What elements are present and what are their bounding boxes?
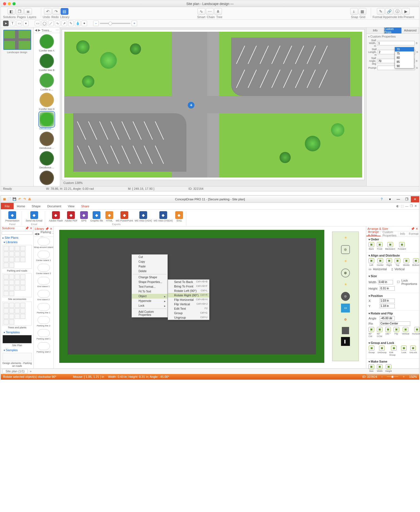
submenu-item[interactable]: GroupCtrl+G xyxy=(168,311,209,315)
context-item[interactable]: Hypernote▸ xyxy=(132,299,167,303)
wand-tool[interactable]: ✦ xyxy=(81,21,87,26)
inspector-tab-custom[interactable]: Custom Props xyxy=(384,28,402,33)
arrange-action[interactable]: ▣Center xyxy=(377,258,384,266)
file-tab[interactable]: File xyxy=(1,203,14,209)
ribbon-button[interactable]: ◆SVG xyxy=(174,211,184,222)
library-item[interactable]: End island 1 xyxy=(34,276,53,289)
inspector-tab-info[interactable]: Info xyxy=(367,28,384,33)
redo-button[interactable]: ↷ xyxy=(52,8,60,15)
arrange-action[interactable]: ▣UnGroup xyxy=(377,346,386,356)
arrange-action[interactable]: ▣90° CCW xyxy=(377,327,382,338)
library-item[interactable]: Deciduous ... xyxy=(35,151,59,169)
present-button[interactable]: ▶ xyxy=(402,8,410,15)
zoom-in-icon[interactable]: ＋ xyxy=(402,375,405,379)
library-item[interactable]: Conifer tree D xyxy=(35,93,59,110)
add-icon[interactable]: + xyxy=(188,102,194,109)
arrange-action[interactable]: ▣Left xyxy=(369,258,374,266)
pin-icon[interactable]: 📌 ✕ xyxy=(25,227,32,230)
arrange-action[interactable]: ▣180 ° xyxy=(385,327,391,338)
ellipse-tool[interactable]: ◯ xyxy=(41,21,47,26)
ribbon-button[interactable]: ◆HTML xyxy=(105,211,114,222)
submenu-item[interactable]: Rotate Left (90°)Ctrl+L xyxy=(168,289,209,293)
menu-view[interactable]: View xyxy=(65,203,78,209)
pages-button[interactable]: ❐ xyxy=(16,8,24,15)
context-item[interactable]: Change Shape xyxy=(132,275,167,280)
arrange-action[interactable]: ▣Height xyxy=(385,364,392,372)
arrange-action[interactable]: ▣Back xyxy=(369,242,374,250)
dropdown-option[interactable]: 80 xyxy=(395,56,414,60)
solutions-button[interactable]: ◧ xyxy=(8,8,15,15)
width-field[interactable] xyxy=(378,280,393,284)
layers-button[interactable]: ≣ xyxy=(24,8,32,15)
ribbon-button[interactable]: ◆EPS xyxy=(79,211,89,222)
next-icon[interactable]: ▶ xyxy=(38,28,40,32)
arrange-action[interactable]: ▣Group xyxy=(369,346,375,356)
submenu-item[interactable]: Rotate Right (90°)Ctrl+R xyxy=(168,293,209,297)
dropdown-option[interactable]: 75 xyxy=(395,51,414,56)
submenu-item[interactable]: Flip VerticalCtrl+Alt+J xyxy=(168,302,209,306)
shape-tool[interactable]: ▭ xyxy=(16,21,22,26)
context-menu[interactable]: CutCopyPasteDeleteChange ShapeShape Prop… xyxy=(132,254,168,317)
add-page-icon[interactable]: ＋ xyxy=(29,369,32,373)
inspector-tab-advanced[interactable]: Advanced xyxy=(402,28,419,33)
arrange-action[interactable]: ▣Right xyxy=(386,258,392,266)
info-tab[interactable]: Info xyxy=(398,232,407,236)
info-button[interactable]: ⓘ xyxy=(394,8,401,15)
template-thumb[interactable] xyxy=(3,335,32,343)
arrange-action[interactable]: ▣90° CW xyxy=(369,327,374,338)
arrange-action[interactable]: ▣Backward xyxy=(385,242,395,250)
page-thumbnail[interactable] xyxy=(3,30,31,50)
dropdown-option[interactable]: 90 xyxy=(395,64,414,68)
library-item[interactable]: Deciduous ... xyxy=(35,171,59,186)
ribbon-button[interactable]: ◆MS PowerPoint xyxy=(116,211,133,222)
canvas-area[interactable]: ✳ ◎ ✳ ◍ ✳ ◍ ▭ ⚙ ▌ CutCopyPasteDeleteChan… xyxy=(54,227,366,368)
library-item[interactable]: Center island 2 xyxy=(34,263,53,276)
sample-thumb[interactable] xyxy=(3,353,32,361)
arrange-action[interactable]: ▣Horizontal xyxy=(412,327,420,338)
arrange-action[interactable]: ▣Edit Group xyxy=(389,346,398,356)
context-item[interactable]: Copy xyxy=(132,259,167,264)
text-tool[interactable]: T xyxy=(10,21,15,26)
snap-button[interactable]: ⫰ xyxy=(350,8,358,15)
solutions-grid[interactable] xyxy=(3,273,32,297)
arrange-tab[interactable]: Arrange & Size xyxy=(366,232,381,236)
tree-button[interactable]: ⋔ xyxy=(214,8,222,15)
site-plans-link[interactable]: ▸ Site Plans xyxy=(1,235,33,240)
context-item[interactable]: Object▸ xyxy=(132,294,167,299)
y-field[interactable] xyxy=(380,304,395,308)
zoom-display[interactable]: Custom 138% xyxy=(63,181,83,184)
window-help-icon[interactable]: ◐ xyxy=(396,204,399,208)
object-submenu[interactable]: Send To BackCtrl+Alt+BBring To FrontCtrl… xyxy=(168,279,209,320)
library-button[interactable]: ▤ xyxy=(61,8,68,15)
dropdown-option[interactable]: 70 xyxy=(395,47,414,51)
arrange-action[interactable]: ▣Bottom xyxy=(412,258,419,266)
page-tab[interactable]: Site plan (1/1) xyxy=(3,369,28,373)
zoom-in-button[interactable]: + xyxy=(132,21,137,26)
ribbon-button[interactable]: ◆Adobe PDF xyxy=(65,211,78,222)
arrange-action[interactable]: ▣Forward xyxy=(398,242,406,250)
zoom-out-icon[interactable]: − xyxy=(381,375,383,378)
context-item[interactable]: Paste xyxy=(132,264,167,269)
pin-field[interactable] xyxy=(380,321,410,326)
x-field[interactable] xyxy=(380,299,395,303)
context-item[interactable]: Lock▸ xyxy=(132,303,167,308)
solutions-search[interactable] xyxy=(2,231,33,235)
ribbon-button[interactable]: ◆Graphic file xyxy=(90,211,103,222)
arrange-action[interactable]: ▣Width xyxy=(377,364,382,372)
chain-button[interactable]: ⋯ xyxy=(206,8,214,15)
library-item[interactable]: Parking line 1 xyxy=(34,302,53,315)
library-item[interactable]: Wrap-around island xyxy=(34,237,53,250)
library-item[interactable]: Parking stall 1 xyxy=(34,328,53,341)
format-tab[interactable]: Format xyxy=(407,232,420,236)
library-item[interactable]: Deciduous ... xyxy=(35,132,59,149)
hypernote-button[interactable]: 🔗 xyxy=(385,8,393,15)
library-menu-icon[interactable]: ⋯ xyxy=(56,28,59,32)
arrange-action[interactable]: ▣Top xyxy=(395,258,400,266)
context-item[interactable]: Add Custom Properties xyxy=(132,309,167,317)
menu-document[interactable]: Document xyxy=(44,203,65,209)
prev-icon[interactable]: ◀ xyxy=(35,28,37,32)
connector-tool[interactable]: ↗ xyxy=(61,21,67,26)
custom-props-tab[interactable]: Custom Properties xyxy=(381,232,398,236)
rect-tool[interactable]: ▭ xyxy=(35,21,40,26)
pointer-tool[interactable]: ➤ xyxy=(3,21,9,26)
